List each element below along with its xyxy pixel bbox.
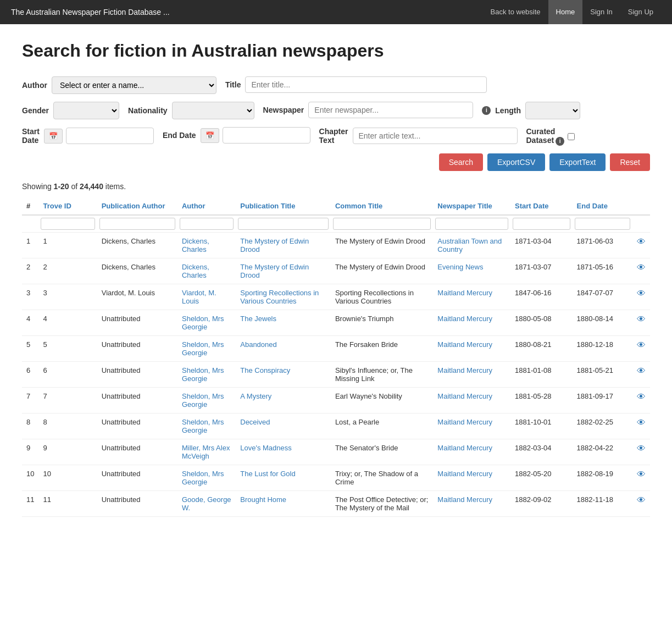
view-icon[interactable]: 👁 (637, 340, 646, 350)
newspaper-label: Newspaper (263, 106, 304, 114)
newspaper-link[interactable]: Maitland Mercury (437, 340, 492, 349)
pub-title-link[interactable]: The Mystery of Edwin Drood (240, 237, 309, 253)
filter-start-date-input[interactable] (513, 218, 570, 230)
newspaper-link[interactable]: Maitland Mercury (437, 315, 492, 323)
export-text-button[interactable]: ExportText (549, 153, 606, 171)
view-icon[interactable]: 👁 (637, 315, 646, 324)
pub-title-link[interactable]: Love's Madness (240, 444, 292, 452)
cell-trove-id: 8 (38, 414, 97, 439)
view-icon[interactable]: 👁 (637, 444, 646, 453)
chapter-text-input[interactable] (353, 128, 518, 144)
curated-info-icon[interactable]: i (556, 137, 564, 146)
length-info-icon[interactable]: i (482, 106, 491, 115)
author-link[interactable]: Sheldon, Mrs Georgie (182, 315, 224, 331)
col-author[interactable]: Author (177, 197, 236, 215)
pub-title-link[interactable]: Abandoned (240, 340, 277, 349)
end-date-input[interactable] (223, 127, 310, 144)
filter-newspaper-input[interactable] (435, 218, 508, 230)
start-date-calendar-icon[interactable]: 📅 (44, 129, 63, 144)
cell-newspaper: Maitland Mercury (433, 439, 510, 465)
filter-trove-id-input[interactable] (41, 218, 95, 230)
newspaper-link[interactable]: Evening News (437, 263, 483, 271)
pub-title-link[interactable]: A Mystery (240, 392, 271, 400)
view-icon[interactable]: 👁 (637, 366, 646, 376)
col-start-date[interactable]: Start Date (510, 197, 573, 215)
pub-title-link[interactable]: Deceived (240, 418, 270, 426)
gender-select[interactable] (53, 102, 119, 119)
view-icon[interactable]: 👁 (637, 289, 646, 298)
view-icon[interactable]: 👁 (637, 418, 646, 427)
view-icon[interactable]: 👁 (637, 495, 646, 505)
filter-author-input[interactable] (180, 218, 234, 230)
filter-end-date-input[interactable] (575, 218, 630, 230)
view-icon[interactable]: 👁 (637, 392, 646, 401)
col-newspaper-title[interactable]: Newspaper Title (433, 197, 510, 215)
pub-title-link[interactable]: The Jewels (240, 315, 276, 323)
curated-dataset-checkbox[interactable] (568, 133, 575, 140)
cell-pub-title: Abandoned (236, 336, 331, 362)
col-end-date[interactable]: End Date (573, 197, 632, 215)
newspaper-input[interactable] (308, 102, 473, 118)
pub-title-link[interactable]: The Conspiracy (240, 366, 290, 374)
nav-home[interactable]: Home (548, 0, 583, 24)
nav-sign-in[interactable]: Sign In (582, 0, 620, 24)
search-button[interactable]: Search (439, 153, 483, 171)
author-link[interactable]: Sheldon, Mrs Georgie (182, 418, 224, 434)
newspaper-link[interactable]: Maitland Mercury (437, 392, 492, 400)
newspaper-link[interactable]: Maitland Mercury (437, 289, 492, 297)
cell-num: 11 (22, 491, 38, 517)
nav-back-to-website[interactable]: Back to website (483, 0, 548, 24)
cell-pub-author: Unattributed (97, 362, 177, 388)
author-link[interactable]: Sheldon, Mrs Georgie (182, 392, 224, 409)
col-pub-author[interactable]: Publication Author (97, 197, 177, 215)
cell-pub-title: Sporting Recollections in Various Countr… (236, 284, 331, 310)
author-link[interactable]: Miller, Mrs Alex McVeigh (182, 444, 230, 460)
start-date-input[interactable] (66, 128, 154, 144)
cell-common-title: Brownie's Triumph (331, 310, 433, 336)
newspaper-link[interactable]: Maitland Mercury (437, 366, 492, 374)
col-actions (632, 197, 650, 215)
cell-end-date: 1882-04-22 (573, 439, 632, 465)
col-pub-title[interactable]: Publication Title (236, 197, 331, 215)
author-link[interactable]: Goode, George W. (182, 495, 231, 512)
nationality-group: Nationality (128, 102, 254, 119)
pub-title-link[interactable]: Sporting Recollections in Various Countr… (240, 289, 319, 305)
newspaper-link[interactable]: Australian Town and Country (437, 237, 502, 253)
table-row: 3 3 Viardot, M. Louis Viardot, M. Louis … (22, 284, 650, 310)
cell-num: 9 (22, 439, 38, 465)
cell-author: Viardot, M. Louis (177, 284, 236, 310)
view-icon[interactable]: 👁 (637, 263, 646, 272)
author-link[interactable]: Sheldon, Mrs Georgie (182, 366, 224, 383)
author-link[interactable]: Sheldon, Mrs Georgie (182, 470, 224, 486)
cell-view: 👁 (632, 233, 650, 258)
cell-num: 8 (22, 414, 38, 439)
newspaper-link[interactable]: Maitland Mercury (437, 470, 492, 478)
filter-pub-title-input[interactable] (238, 218, 329, 230)
pub-title-link[interactable]: The Mystery of Edwin Drood (240, 263, 309, 279)
pub-title-link[interactable]: Brought Home (240, 495, 286, 504)
filter-pub-author-input[interactable] (99, 218, 175, 230)
nationality-select[interactable] (172, 102, 254, 119)
col-common-title[interactable]: Common Title (331, 197, 433, 215)
end-date-calendar-icon[interactable]: 📅 (201, 128, 219, 143)
author-select[interactable]: Select or enter a name... (52, 76, 216, 94)
title-input[interactable] (245, 76, 487, 93)
author-link[interactable]: Dickens, Charles (182, 263, 209, 279)
table-row: 4 4 Unattributed Sheldon, Mrs Georgie Th… (22, 310, 650, 336)
reset-button[interactable]: Reset (610, 153, 650, 171)
export-csv-button[interactable]: ExportCSV (487, 153, 545, 171)
cell-num: 10 (22, 465, 38, 491)
pub-title-link[interactable]: The Lust for Gold (240, 470, 295, 478)
author-link[interactable]: Dickens, Charles (182, 237, 209, 253)
newspaper-link[interactable]: Maitland Mercury (437, 418, 492, 426)
col-trove-id[interactable]: Trove ID (38, 197, 97, 215)
author-link[interactable]: Sheldon, Mrs Georgie (182, 340, 224, 357)
newspaper-link[interactable]: Maitland Mercury (437, 444, 492, 452)
nav-sign-up[interactable]: Sign Up (620, 0, 661, 24)
view-icon[interactable]: 👁 (637, 470, 646, 479)
length-select[interactable] (525, 102, 580, 119)
filter-common-title-input[interactable] (333, 218, 431, 230)
view-icon[interactable]: 👁 (637, 237, 646, 246)
newspaper-link[interactable]: Maitland Mercury (437, 495, 492, 504)
author-link[interactable]: Viardot, M. Louis (182, 289, 216, 305)
